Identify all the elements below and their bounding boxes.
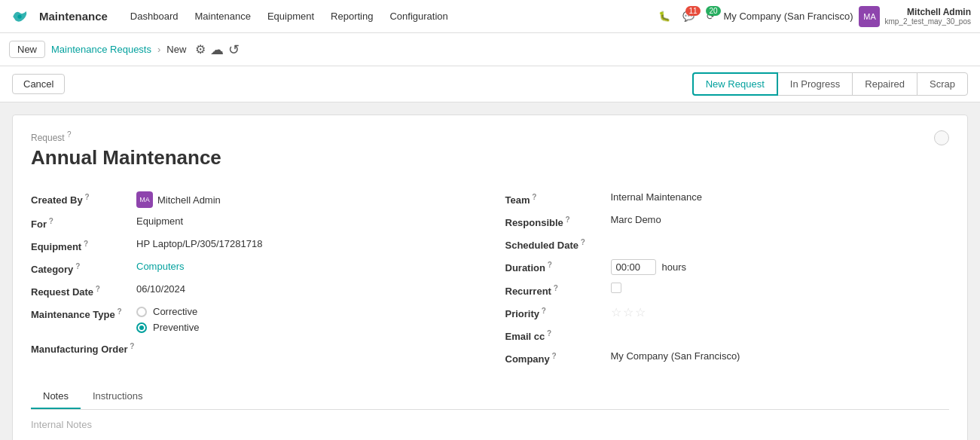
app-name: Maintenance bbox=[39, 10, 108, 23]
duration-input-row: hours bbox=[611, 259, 687, 275]
form-card: Request ? Annual Maintenance Created By … bbox=[12, 115, 968, 440]
equipment-row: Equipment ? HP Laptop/LP/305/17281718 bbox=[31, 234, 475, 257]
scheduled-date-label: Scheduled Date ? bbox=[505, 237, 611, 251]
messages-btn[interactable]: 💬 11 bbox=[679, 8, 698, 25]
spinner-btn[interactable]: ⟳ 20 bbox=[704, 8, 718, 25]
responsible-value[interactable]: Marc Demo bbox=[611, 214, 950, 225]
message-badge: 11 bbox=[685, 6, 700, 16]
responsible-row: Responsible ? Marc Demo bbox=[505, 210, 950, 233]
radio-corrective-circle[interactable] bbox=[136, 307, 147, 317]
equipment-label: Equipment ? bbox=[31, 238, 136, 252]
recurrent-row: Recurrent ? bbox=[505, 279, 950, 301]
maintenance-type-label: Maintenance Type ? bbox=[31, 306, 136, 320]
breadcrumb-parent[interactable]: Maintenance Requests bbox=[51, 44, 151, 55]
priority-stars[interactable]: ☆ ☆ ☆ bbox=[611, 305, 950, 319]
for-value[interactable]: Equipment bbox=[136, 215, 475, 227]
nav-maintenance[interactable]: Maintenance bbox=[187, 6, 258, 26]
bug-icon-btn[interactable]: 🐛 bbox=[655, 8, 673, 25]
team-value[interactable]: Internal Maintenance bbox=[611, 191, 950, 203]
radio-corrective[interactable]: Corrective bbox=[136, 306, 199, 317]
request-date-row: Request Date ? 06/10/2024 bbox=[31, 280, 475, 302]
priority-row: Priority ? ☆ ☆ ☆ bbox=[505, 301, 950, 324]
request-date-label: Request Date ? bbox=[31, 283, 136, 298]
new-button[interactable]: New bbox=[9, 41, 45, 58]
cancel-button[interactable]: Cancel bbox=[12, 74, 65, 94]
top-nav: Maintenance Dashboard Maintenance Equipm… bbox=[0, 0, 980, 33]
tab-bar: Notes Instructions bbox=[31, 384, 949, 410]
form-section-label: Request ? bbox=[31, 130, 949, 143]
breadcrumb-current: New bbox=[166, 44, 186, 55]
main-content: Request ? Annual Maintenance Created By … bbox=[0, 102, 980, 440]
status-repaired[interactable]: Repaired bbox=[852, 72, 917, 96]
star-2[interactable]: ☆ bbox=[623, 305, 633, 319]
internal-notes-placeholder[interactable]: Internal Notes bbox=[31, 419, 92, 430]
created-by-label: Created By ? bbox=[31, 191, 136, 206]
star-3[interactable]: ☆ bbox=[635, 305, 646, 319]
save-icon[interactable]: ☁ bbox=[210, 41, 224, 58]
created-by-avatar: MA bbox=[136, 191, 153, 208]
status-scrap[interactable]: Scrap bbox=[917, 72, 968, 96]
radio-group: Corrective Preventive bbox=[136, 306, 199, 333]
star-rating[interactable]: ☆ ☆ ☆ bbox=[611, 305, 646, 319]
equipment-value[interactable]: HP Laptop/LP/305/17281718 bbox=[136, 238, 475, 249]
nav-configuration[interactable]: Configuration bbox=[382, 6, 455, 26]
spinner-badge: 20 bbox=[706, 6, 720, 16]
tab-content-notes: Internal Notes bbox=[31, 410, 949, 439]
form-right: Team ? Internal Maintenance Responsible … bbox=[505, 188, 950, 369]
tab-notes[interactable]: Notes bbox=[31, 384, 81, 409]
duration-value: hours bbox=[611, 259, 950, 275]
user-info: Mitchell Admin kmp_2_test_may_30_pos bbox=[884, 7, 971, 26]
duration-label: Duration ? bbox=[505, 259, 611, 273]
responsible-label: Responsible ? bbox=[505, 214, 611, 228]
duration-unit: hours bbox=[662, 261, 687, 273]
radio-preventive-circle[interactable] bbox=[136, 322, 147, 333]
manufacturing-order-row: Manufacturing Order ? bbox=[31, 337, 475, 359]
form-body: Created By ? MA Mitchell Admin For ? Eq bbox=[31, 188, 949, 369]
nav-reporting[interactable]: Reporting bbox=[323, 6, 380, 26]
nav-dashboard[interactable]: Dashboard bbox=[123, 6, 186, 26]
user-initials: MA bbox=[863, 12, 876, 21]
company-label: My Company (San Francisco) bbox=[724, 11, 853, 22]
record-title[interactable]: Annual Maintenance bbox=[31, 146, 949, 170]
radio-preventive[interactable]: Preventive bbox=[136, 322, 199, 333]
star-1[interactable]: ☆ bbox=[611, 305, 621, 319]
priority-label: Priority ? bbox=[505, 305, 611, 319]
tab-instructions[interactable]: Instructions bbox=[81, 384, 154, 409]
recurrent-checkbox-box[interactable] bbox=[611, 283, 621, 293]
nav-menu: Dashboard Maintenance Equipment Reportin… bbox=[123, 6, 652, 26]
status-bar: New Request In Progress Repaired Scrap bbox=[692, 72, 968, 96]
discard-icon[interactable]: ↺ bbox=[228, 41, 240, 58]
for-label: For ? bbox=[31, 215, 136, 230]
status-in-progress[interactable]: In Progress bbox=[777, 72, 853, 96]
bug-icon: 🐛 bbox=[658, 11, 670, 22]
user-name: Mitchell Admin bbox=[884, 7, 971, 17]
breadcrumb-actions: ⚙ ☁ ↺ bbox=[195, 41, 240, 58]
manufacturing-order-label: Manufacturing Order ? bbox=[31, 341, 136, 355]
company-value[interactable]: My Company (San Francisco) bbox=[611, 350, 950, 362]
created-by-value: MA Mitchell Admin bbox=[136, 191, 475, 208]
form-left: Created By ? MA Mitchell Admin For ? Eq bbox=[31, 188, 475, 369]
recurrent-label: Recurrent ? bbox=[505, 283, 611, 297]
company-row: Company ? My Company (San Francisco) bbox=[505, 347, 950, 369]
user-avatar[interactable]: MA bbox=[859, 6, 880, 27]
category-label: Category ? bbox=[31, 261, 136, 275]
svg-point-0 bbox=[17, 14, 21, 18]
created-by-row: Created By ? MA Mitchell Admin bbox=[31, 188, 475, 212]
duration-input[interactable] bbox=[611, 259, 656, 275]
request-date-value[interactable]: 06/10/2024 bbox=[136, 283, 475, 295]
breadcrumb-bar: New Maintenance Requests › New ⚙ ☁ ↺ bbox=[0, 33, 980, 66]
gear-icon[interactable]: ⚙ bbox=[195, 42, 206, 57]
record-status-circle bbox=[934, 130, 949, 145]
email-cc-row: Email cc ? bbox=[505, 324, 950, 347]
company-label: Company ? bbox=[505, 350, 611, 365]
user-session: kmp_2_test_may_30_pos bbox=[884, 17, 971, 26]
recurrent-checkbox[interactable] bbox=[611, 283, 950, 293]
status-new-request[interactable]: New Request bbox=[692, 72, 778, 96]
maintenance-type-row: Maintenance Type ? Corrective Preventive bbox=[31, 302, 475, 337]
app-logo[interactable] bbox=[9, 6, 30, 27]
breadcrumb-separator: › bbox=[157, 44, 160, 55]
nav-equipment[interactable]: Equipment bbox=[260, 6, 322, 26]
scheduled-date-row: Scheduled Date ? bbox=[505, 233, 950, 255]
category-value[interactable]: Computers bbox=[136, 261, 475, 272]
nav-right: 🐛 💬 11 ⟳ 20 My Company (San Francisco) M… bbox=[655, 6, 971, 27]
